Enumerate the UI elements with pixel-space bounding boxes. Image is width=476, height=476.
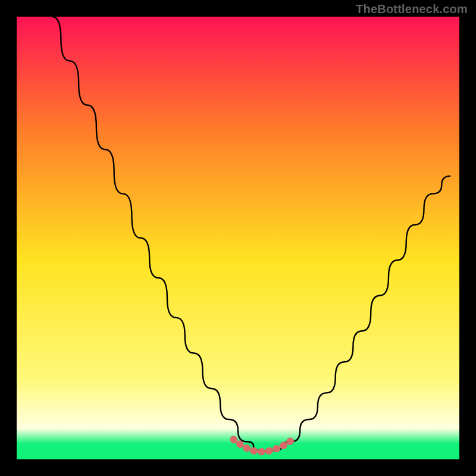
plot-area (17, 17, 459, 459)
watermark-text: TheBottleneck.com (356, 2, 468, 16)
gradient-background (17, 17, 459, 459)
chart-svg (17, 17, 459, 459)
chart-frame: TheBottleneck.com (0, 0, 476, 476)
